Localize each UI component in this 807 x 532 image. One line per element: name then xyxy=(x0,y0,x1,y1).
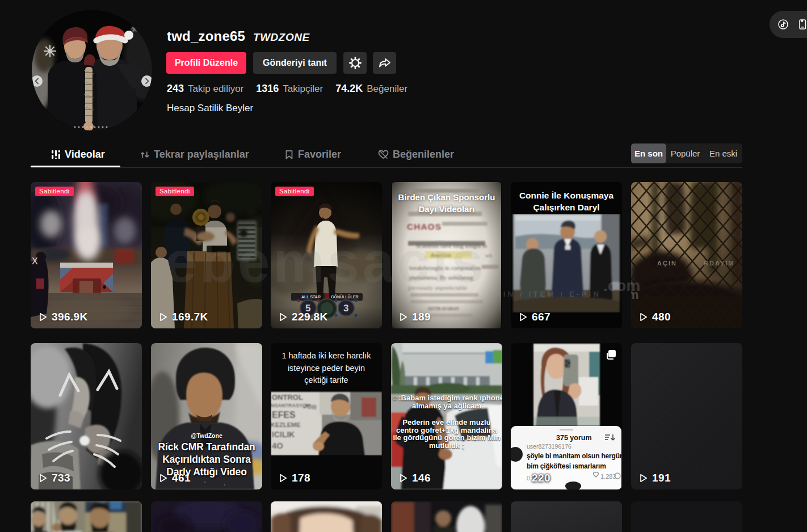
svg-text:ASTIKAYABAN: ASTIKAYABAN xyxy=(427,306,460,311)
svg-text:1.283: 1.283 xyxy=(600,473,616,480)
svg-text:KEZLEME: KEZLEME xyxy=(271,421,301,428)
svg-text:bim çiğköftesi ısmarlarım: bim çiğköftesi ısmarlarım xyxy=(527,462,606,470)
svg-text:RDAYIM: RDAYIM xyxy=(704,260,734,267)
svg-text:AÇIN: AÇIN xyxy=(657,260,677,267)
svg-text:user8273196176: user8273196176 xyxy=(527,443,571,450)
svg-text:şöyle bi manitam olsun hergün: şöyle bi manitam olsun hergün xyxy=(527,452,622,460)
svg-text:EFES: EFES xyxy=(272,410,296,420)
svg-text:ONTROL: ONTROL xyxy=(272,393,303,402)
svg-text:375 yorum: 375 yorum xyxy=(556,434,592,442)
svg-text:ICILIK: ICILIK xyxy=(272,430,295,439)
svg-text:wh: wh xyxy=(485,252,492,259)
svg-text:4O: 4O xyxy=(272,441,283,450)
